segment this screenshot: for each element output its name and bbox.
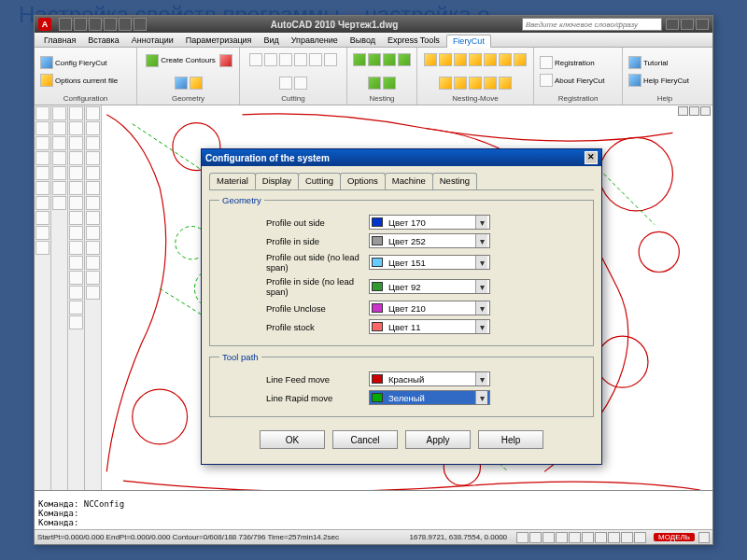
vt1-icon-10[interactable] [35, 241, 49, 255]
vt4-icon-3[interactable] [86, 136, 100, 150]
vt3-icon-7[interactable] [69, 196, 83, 210]
vt1-icon-3[interactable] [35, 136, 49, 150]
nmove-icon-7[interactable] [514, 53, 527, 66]
vt3-icon-11[interactable] [69, 256, 83, 270]
qat-open-icon[interactable] [74, 18, 87, 31]
cut-icon-7[interactable] [279, 77, 292, 90]
toggle-polar-icon[interactable] [556, 532, 568, 543]
vt1-icon-1[interactable] [35, 106, 49, 120]
tab-manage[interactable]: Управление [286, 35, 344, 46]
tab-insert[interactable]: Вставка [82, 35, 124, 46]
tab-view[interactable]: Вид [258, 35, 284, 46]
qat-redo-icon[interactable] [119, 18, 132, 31]
vt3-icon-9[interactable] [69, 226, 83, 240]
minimize-icon[interactable] [666, 19, 679, 30]
options-file-button[interactable]: Options current file [38, 73, 120, 88]
vt2-icon-7[interactable] [52, 196, 66, 210]
vt2-icon-5[interactable] [52, 166, 66, 180]
nest-icon-6[interactable] [383, 77, 396, 90]
toggle-lwt-icon[interactable] [621, 532, 633, 543]
combo-rapid[interactable]: Зеленый▾ [369, 390, 490, 405]
vt4-icon-5[interactable] [86, 166, 100, 180]
nest-icon-4[interactable] [398, 53, 411, 66]
vt2-icon-4[interactable] [52, 151, 66, 165]
combo-profile-in-nl[interactable]: Цвет 92▾ [369, 279, 490, 294]
vt3-icon-8[interactable] [69, 211, 83, 225]
qat-print-icon[interactable] [134, 18, 147, 31]
toggle-grid-icon[interactable] [529, 532, 542, 543]
nmove-icon-12[interactable] [499, 77, 512, 90]
toggle-dyn-icon[interactable] [608, 532, 620, 543]
vt3-icon-15[interactable] [69, 315, 83, 329]
vt4-icon-1[interactable] [86, 106, 100, 120]
tab-options[interactable]: Options [340, 173, 386, 189]
vt4-icon-7[interactable] [86, 196, 100, 210]
nmove-icon-5[interactable] [484, 53, 497, 66]
tab-parametric[interactable]: Параметризация [180, 35, 258, 46]
tab-machine[interactable]: Machine [385, 173, 433, 189]
vt3-icon-3[interactable] [69, 136, 83, 150]
vt3-icon-10[interactable] [69, 241, 83, 255]
tab-home[interactable]: Главная [38, 35, 81, 46]
vt4-icon-8[interactable] [86, 211, 100, 225]
vt2-icon-6[interactable] [52, 181, 66, 195]
registration-button[interactable]: Registration [538, 55, 597, 70]
toggle-snap-icon[interactable] [516, 532, 529, 543]
nmove-icon-10[interactable] [469, 77, 482, 90]
geom-icon-3[interactable] [190, 77, 203, 90]
vt3-icon-1[interactable] [69, 106, 83, 120]
cut-icon-6[interactable] [324, 53, 337, 66]
vt1-icon-6[interactable] [35, 181, 49, 195]
tab-display[interactable]: Display [255, 173, 299, 189]
vt2-icon-3[interactable] [52, 136, 66, 150]
status-extra-icon[interactable] [698, 532, 710, 543]
command-line[interactable]: Команда: NCConfig Команда: Команда: [35, 490, 712, 529]
vt3-icon-14[interactable] [69, 301, 83, 315]
combo-profile-unclose[interactable]: Цвет 210▾ [369, 301, 490, 315]
app-logo[interactable]: A [38, 18, 51, 31]
vt4-icon-11[interactable] [86, 256, 100, 270]
vt3-icon-2[interactable] [69, 121, 83, 135]
apply-button[interactable]: Apply [405, 430, 471, 449]
vt4-icon-12[interactable] [86, 271, 100, 285]
vt2-icon-1[interactable] [52, 106, 66, 120]
nest-icon-5[interactable] [368, 77, 381, 90]
nmove-icon-1[interactable] [424, 53, 437, 66]
nmove-icon-3[interactable] [454, 53, 467, 66]
nmove-icon-6[interactable] [499, 53, 512, 66]
geom-icon-2[interactable] [175, 77, 188, 90]
combo-profile-out[interactable]: Цвет 170▾ [369, 215, 490, 230]
vt4-icon-9[interactable] [86, 226, 100, 240]
vt3-icon-4[interactable] [69, 151, 83, 165]
help-button[interactable]: Help FieryCut [627, 73, 691, 88]
nmove-icon-4[interactable] [469, 53, 482, 66]
search-input[interactable] [522, 18, 662, 31]
vt4-icon-4[interactable] [86, 151, 100, 165]
vt1-icon-4[interactable] [35, 151, 49, 165]
vt3-icon-13[interactable] [69, 286, 83, 300]
maximize-icon[interactable] [681, 19, 694, 30]
cut-icon-5[interactable] [309, 53, 322, 66]
nest-icon-3[interactable] [383, 53, 396, 66]
toggle-osnap-icon[interactable] [569, 532, 581, 543]
combo-feed[interactable]: Красный▾ [369, 371, 490, 386]
tab-material[interactable]: Material [209, 173, 256, 189]
tab-express[interactable]: Express Tools [382, 35, 445, 46]
combo-profile-in[interactable]: Цвет 252▾ [369, 233, 490, 248]
status-model[interactable]: МОДЕЛЬ [654, 533, 695, 541]
nest-icon-2[interactable] [368, 53, 381, 66]
tab-cutting[interactable]: Cutting [298, 173, 341, 189]
tab-fierycut[interactable]: FieryCut [446, 35, 491, 48]
vt3-icon-6[interactable] [69, 181, 83, 195]
qat-undo-icon[interactable] [104, 18, 117, 31]
qat-save-icon[interactable] [89, 18, 102, 31]
tab-nesting[interactable]: Nesting [432, 173, 477, 189]
vt1-icon-8[interactable] [35, 211, 49, 225]
nmove-icon-8[interactable] [439, 77, 452, 90]
vt4-icon-13[interactable] [86, 286, 100, 300]
close-icon[interactable] [696, 19, 709, 30]
combo-profile-stock[interactable]: Цвет 11▾ [369, 319, 490, 334]
cut-icon-8[interactable] [294, 77, 307, 90]
config-fierycut-button[interactable]: Config FieryCut [38, 55, 109, 70]
tab-annotate[interactable]: Аннотации [126, 35, 179, 46]
